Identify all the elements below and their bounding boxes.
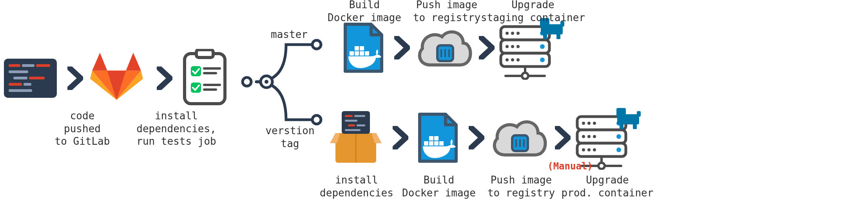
svg-rect-23 <box>355 46 359 50</box>
branch-fork-icon <box>239 36 325 128</box>
svg-point-22 <box>312 115 321 124</box>
label-code-pushed: code pushed to GitLab <box>47 110 118 148</box>
svg-rect-66 <box>424 141 428 146</box>
svg-point-40 <box>511 32 514 35</box>
svg-point-46 <box>511 58 514 61</box>
cloud-registry-icon <box>490 116 549 160</box>
label-branch-tag: verstion tag <box>259 124 321 150</box>
label-branch-master: master <box>262 28 317 41</box>
svg-point-49 <box>540 44 545 49</box>
label-tag-install: install dependencies <box>313 174 400 199</box>
svg-point-44 <box>516 45 520 48</box>
chevron-icon <box>469 126 484 149</box>
code-window-icon <box>4 59 57 98</box>
server-rancher-icon <box>498 17 564 80</box>
svg-rect-65 <box>434 136 439 140</box>
svg-rect-25 <box>350 51 354 56</box>
svg-rect-8 <box>24 83 31 86</box>
label-tag-upgrade: Upgrade prod. container <box>556 174 658 199</box>
svg-rect-27 <box>360 51 364 56</box>
svg-point-21 <box>312 40 321 49</box>
svg-rect-26 <box>355 51 359 56</box>
svg-point-90 <box>616 134 621 139</box>
svg-rect-11 <box>196 50 213 58</box>
gitlab-logo-icon <box>90 51 143 102</box>
svg-rect-60 <box>345 120 357 122</box>
svg-point-43 <box>511 45 514 48</box>
svg-point-91 <box>616 147 621 152</box>
chevron-icon <box>157 67 172 90</box>
svg-rect-94 <box>620 124 623 129</box>
svg-rect-6 <box>29 77 45 79</box>
svg-rect-58 <box>345 115 353 117</box>
svg-rect-53 <box>543 34 547 39</box>
docker-file-icon <box>417 113 458 163</box>
svg-point-80 <box>582 122 585 125</box>
chevron-icon <box>555 126 571 149</box>
svg-point-35 <box>522 73 528 79</box>
label-tag-build: Build Docker image <box>396 174 482 199</box>
svg-point-18 <box>243 77 251 86</box>
svg-rect-28 <box>365 51 369 56</box>
svg-rect-68 <box>434 141 439 146</box>
svg-rect-64 <box>429 136 433 140</box>
svg-rect-63 <box>345 129 361 131</box>
svg-rect-7 <box>9 83 22 86</box>
checklist-icon <box>182 49 227 106</box>
svg-rect-9 <box>9 89 32 92</box>
label-manual: (Manual) <box>541 160 600 172</box>
svg-rect-61 <box>348 124 355 126</box>
svg-point-20 <box>265 80 268 84</box>
svg-point-41 <box>516 32 520 35</box>
svg-rect-3 <box>36 64 50 67</box>
label-master-upgrade: Upgrade staging container <box>474 0 592 24</box>
package-box-icon <box>328 110 383 166</box>
svg-point-82 <box>593 122 596 125</box>
docker-file-icon <box>343 23 384 73</box>
svg-rect-67 <box>429 141 433 146</box>
svg-rect-24 <box>360 46 364 50</box>
svg-point-85 <box>593 135 596 138</box>
svg-rect-59 <box>354 115 365 117</box>
svg-point-47 <box>516 58 520 61</box>
svg-rect-96 <box>637 111 641 117</box>
svg-point-84 <box>587 135 591 138</box>
svg-point-83 <box>582 135 585 138</box>
svg-rect-1 <box>9 64 20 67</box>
svg-rect-69 <box>439 141 444 146</box>
label-master-build: Build Docker image <box>321 0 408 24</box>
chevron-icon <box>479 36 495 59</box>
svg-rect-5 <box>13 77 27 79</box>
svg-rect-4 <box>9 70 28 73</box>
cloud-registry-icon <box>415 26 474 70</box>
svg-rect-93 <box>616 108 626 117</box>
svg-rect-95 <box>633 124 637 129</box>
svg-point-39 <box>506 32 509 35</box>
svg-point-45 <box>506 58 509 61</box>
label-install-tests: install dependencies, run tests job <box>129 110 223 148</box>
svg-point-42 <box>506 45 509 48</box>
svg-point-86 <box>582 148 585 151</box>
svg-point-88 <box>593 148 596 151</box>
svg-rect-10 <box>185 54 225 104</box>
svg-point-87 <box>587 148 591 151</box>
svg-rect-2 <box>22 64 34 67</box>
chevron-icon <box>67 67 83 90</box>
svg-point-50 <box>540 58 545 62</box>
label-tag-push: Push image to registry <box>478 174 564 199</box>
chevron-icon <box>393 126 408 149</box>
chevron-icon <box>394 36 410 59</box>
svg-rect-62 <box>357 124 365 126</box>
svg-point-81 <box>587 122 591 125</box>
svg-rect-54 <box>556 34 560 39</box>
